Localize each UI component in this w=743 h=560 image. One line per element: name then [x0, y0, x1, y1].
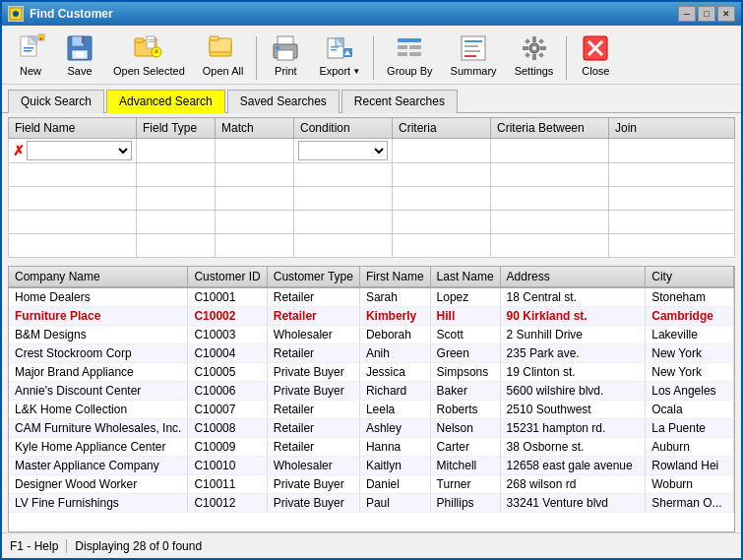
- app-icon: [8, 6, 24, 22]
- results-table: Company Name Customer ID Customer Type F…: [9, 267, 734, 513]
- table-row[interactable]: Crest Stockroom CorpC10004RetailerAnihGr…: [9, 344, 734, 363]
- open-all-button[interactable]: Open All: [196, 30, 251, 80]
- search-criteria-table: Field Name Field Type Match Condition Cr…: [8, 117, 735, 258]
- svg-rect-26: [210, 36, 218, 40]
- export-label: Export ▼: [319, 65, 360, 77]
- svg-rect-43: [409, 52, 421, 56]
- svg-rect-45: [464, 40, 482, 42]
- condition-select[interactable]: [298, 141, 388, 160]
- table-row[interactable]: Kyle Home Appliance CenterC10009Retailer…: [9, 438, 734, 457]
- field-name-cell: ✗: [9, 139, 137, 163]
- table-row[interactable]: Master Appliance CompanyC10010Wholesaler…: [9, 457, 734, 475]
- svg-rect-54: [540, 46, 546, 50]
- window-title: Find Customer: [30, 7, 113, 21]
- svg-rect-38: [398, 38, 421, 42]
- table-row[interactable]: L&K Home CollectionC10007RetailerLeelaRo…: [9, 401, 734, 419]
- tab-saved-searches[interactable]: Saved Searches: [227, 90, 340, 113]
- open-selected-button[interactable]: Open Selected: [106, 30, 192, 80]
- table-row[interactable]: Furniture PlaceC10002RetailerKimberlyHil…: [9, 307, 734, 326]
- save-label: Save: [67, 65, 92, 77]
- tab-recent-searches[interactable]: Recent Searches: [341, 90, 458, 113]
- svg-rect-42: [398, 52, 407, 56]
- svg-rect-35: [331, 49, 337, 51]
- results-header-row: Company Name Customer ID Customer Type F…: [9, 267, 734, 287]
- print-icon: [270, 32, 301, 64]
- svg-rect-41: [409, 45, 421, 49]
- toolbar: + New Save: [2, 26, 741, 85]
- print-label: Print: [275, 65, 297, 77]
- maximize-button[interactable]: □: [698, 6, 715, 22]
- delete-row-button[interactable]: ✗: [13, 143, 25, 158]
- svg-rect-58: [538, 52, 544, 58]
- col-first-name: First Name: [359, 267, 430, 287]
- table-row[interactable]: Designer Wood WorkerC10011Private BuyerD…: [9, 475, 734, 494]
- col-field-type: Field Type: [137, 118, 216, 139]
- svg-text:+: +: [39, 35, 43, 41]
- col-customer-id: Customer ID: [188, 267, 267, 287]
- svg-rect-48: [464, 55, 476, 57]
- settings-icon: [519, 32, 550, 64]
- group-by-label: Group By: [387, 65, 432, 77]
- svg-rect-22: [155, 51, 158, 53]
- table-row[interactable]: CAM Furniture Wholesales, Inc.C10008Reta…: [9, 419, 734, 438]
- svg-rect-52: [532, 54, 536, 60]
- save-button[interactable]: Save: [57, 30, 102, 80]
- open-selected-icon: [133, 32, 164, 64]
- col-match: Match: [216, 118, 294, 139]
- export-button[interactable]: Export ▼: [312, 30, 367, 80]
- match-cell: [216, 139, 294, 163]
- settings-label: Settings: [515, 65, 554, 77]
- table-row[interactable]: Home DealersC10001RetailerSarahLopez18 C…: [9, 287, 734, 307]
- svg-rect-51: [532, 36, 536, 42]
- title-bar-left: Find Customer: [8, 6, 113, 22]
- export-icon: [324, 32, 355, 64]
- field-type-cell: [137, 139, 216, 163]
- tab-quick-search[interactable]: Quick Search: [8, 90, 104, 113]
- col-last-name: Last Name: [430, 267, 500, 287]
- toolbar-separator-2: [373, 36, 374, 80]
- close-toolbar-button[interactable]: Close: [573, 30, 618, 80]
- table-row[interactable]: LV Fine FurnishingsC10012Private BuyerPa…: [9, 494, 734, 513]
- print-button[interactable]: Print: [263, 30, 308, 80]
- close-button[interactable]: ✕: [717, 6, 735, 22]
- tab-advanced-search[interactable]: Advanced Search: [106, 90, 225, 113]
- svg-rect-30: [276, 46, 279, 49]
- open-all-label: Open All: [203, 65, 244, 77]
- svg-point-50: [532, 46, 536, 50]
- close-toolbar-label: Close: [582, 65, 609, 77]
- criteria-cell: [393, 139, 491, 163]
- minimize-button[interactable]: ─: [678, 6, 696, 22]
- export-dropdown-arrow[interactable]: ▼: [352, 67, 360, 76]
- criteria-between-cell: [491, 139, 609, 163]
- svg-rect-18: [149, 39, 154, 40]
- svg-rect-29: [278, 50, 293, 60]
- svg-rect-34: [331, 46, 339, 48]
- summary-button[interactable]: Summary: [444, 30, 504, 80]
- new-icon: +: [15, 32, 46, 64]
- join-cell: [609, 139, 735, 163]
- svg-rect-53: [523, 46, 528, 50]
- new-button[interactable]: + New: [8, 30, 53, 80]
- col-join: Join: [609, 118, 735, 139]
- summary-icon: [458, 32, 489, 64]
- svg-point-1: [13, 11, 19, 17]
- table-row[interactable]: B&M DesignsC10003WholesalerDeborahScott2…: [9, 326, 734, 344]
- save-icon: [64, 32, 95, 64]
- svg-rect-5: [24, 47, 33, 49]
- tab-bar: Quick Search Advanced Search Saved Searc…: [2, 85, 741, 113]
- group-by-button[interactable]: Group By: [380, 30, 439, 80]
- condition-cell: [294, 139, 393, 163]
- svg-rect-6: [24, 50, 31, 52]
- svg-rect-56: [538, 38, 544, 44]
- settings-button[interactable]: Settings: [508, 30, 561, 80]
- results-area: Company Name Customer ID Customer Type F…: [2, 266, 741, 532]
- table-row[interactable]: Annie's Discount CenterC10006Private Buy…: [9, 382, 734, 401]
- col-customer-type: Customer Type: [267, 267, 359, 287]
- results-table-wrapper[interactable]: Company Name Customer ID Customer Type F…: [8, 266, 735, 532]
- open-all-icon: [208, 32, 239, 64]
- open-selected-label: Open Selected: [113, 65, 185, 77]
- table-row[interactable]: Major Brand ApplianceC10005Private Buyer…: [9, 363, 734, 382]
- svg-rect-11: [82, 36, 85, 43]
- field-name-select[interactable]: [27, 141, 132, 160]
- svg-rect-46: [464, 45, 478, 47]
